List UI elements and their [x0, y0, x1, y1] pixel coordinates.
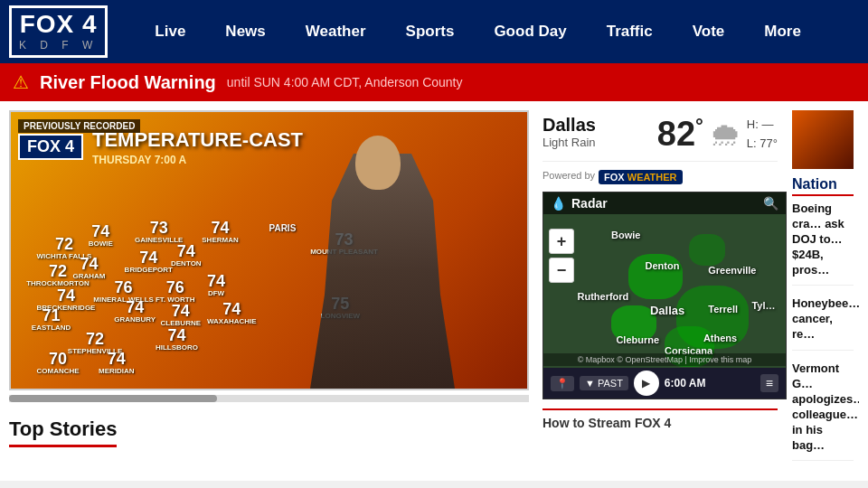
nav-item-weather[interactable]: Weather [286, 0, 386, 63]
nav-item-news[interactable]: News [205, 0, 285, 63]
temp-paris: Paris [269, 223, 297, 233]
temp-comanche: 70 Comanche [37, 351, 80, 375]
alert-icon: ⚠ [13, 71, 29, 93]
nav-item-traffic[interactable]: Traffic [587, 0, 673, 63]
cloud-icon: 🌧 [709, 116, 741, 153]
weather-hi-lo: H: — L: 77° [747, 116, 778, 154]
station-badge: FOX 4 [18, 134, 83, 160]
map-label-tyl: Tyl… [751, 300, 775, 311]
video-scrollbar[interactable] [9, 395, 529, 402]
presenter-head [355, 136, 401, 190]
radar-title: Radar [571, 196, 608, 211]
nav-item-live[interactable]: Live [135, 0, 205, 63]
temp-eastland: 71 Eastland [32, 307, 71, 332]
map-label-denton: Denton [646, 260, 680, 271]
radar-zoom-controls: + − [549, 229, 574, 283]
radar-search-icon[interactable]: 🔍 [763, 196, 778, 211]
radar-header: 💧 Radar 🔍 [543, 192, 786, 214]
map-label-athens: Athens [703, 333, 737, 343]
weather-condition-text: Light Rain [542, 136, 596, 149]
weather-column: Dallas Light Rain 82° 🌧 H: — L: 77° Powe… [533, 110, 787, 472]
temp-gainesville: 73 Gainesville [135, 220, 183, 244]
temp-dfw: 74 DFW [207, 273, 225, 297]
temp-ftworth: 76 Ft. Worth [156, 279, 195, 304]
news-item-1[interactable]: Boeing cra… ask DOJ to… $24B, pros… [792, 202, 854, 286]
temp-waxahachie: 74 Waxahachie [207, 301, 257, 325]
left-column: PREVIOUSLY RECORDED FOX 4 TEMPERATURE-CA… [9, 110, 533, 472]
radar-time: 6:00 AM [665, 377, 706, 389]
right-thumbnail[interactable] [792, 110, 854, 169]
alert-title: River Flood Warning [40, 72, 216, 93]
radar-zoom-in[interactable]: + [549, 229, 574, 254]
logo[interactable]: FOX 4 K D F W [9, 5, 108, 58]
nav-item-good-day[interactable]: Good Day [474, 0, 586, 63]
radar-location-btn[interactable]: 📍 [551, 376, 574, 391]
temp-sherman: 74 Sherman [202, 220, 238, 244]
nav-items-list: Live News Weather Sports Good Day Traffi… [135, 0, 859, 63]
fox-weather-badge[interactable]: FOX WEATHER [599, 170, 682, 184]
temp-cleburne: 74 Cleburne [161, 303, 201, 327]
how-to-stream[interactable]: How to Stream FOX 4 [542, 408, 778, 430]
temp-graham: 74 Graham [73, 256, 106, 280]
map-label-rutherford: Rutherford [578, 291, 629, 302]
national-heading: Nation [792, 176, 854, 196]
map-label-greenville: Greenville [708, 265, 756, 276]
map-label-bowie: Bowie [611, 230, 640, 240]
video-subtitle: THURSDAY 7:00 A [92, 154, 186, 166]
weather-current: Dallas Light Rain 82° 🌧 H: — L: 77° [542, 110, 778, 162]
temperature-overlay: 72 Wichita Falls 74 Bowie 73 Gainesville… [11, 180, 527, 379]
map-label-cleburne: Cleburne [616, 334, 659, 345]
radar-map[interactable]: 💧 Radar 🔍 Bowie Denton Greenville Dallas… [542, 192, 787, 399]
news-item-2-title: Honeybee… cancer, re… [792, 296, 854, 343]
temp-denton: 74 Denton [171, 243, 202, 267]
radar-layers-btn[interactable]: ≡ [760, 374, 778, 392]
scroll-progress [9, 395, 217, 402]
news-item-1-title: Boeing cra… ask DOJ to… $24B, pros… [792, 202, 854, 277]
weather-temp-value: 82° [657, 115, 703, 154]
top-stories-heading: Top Stories [9, 418, 117, 447]
temp-hillsboro: 74 Hillsboro [156, 327, 198, 352]
temp-meridian: 74 Meridian [99, 351, 135, 375]
navigation: FOX 4 K D F W Live News Weather Sports G… [0, 0, 868, 63]
alert-bar[interactable]: ⚠ River Flood Warning until SUN 4:00 AM … [0, 63, 868, 101]
weather-city-condition: Dallas Light Rain [542, 115, 596, 149]
logo-text: FOX 4 [20, 12, 98, 37]
video-title: TEMPERATURE-CAST [92, 128, 303, 152]
nav-item-more[interactable]: More [744, 0, 821, 63]
temp-bridgeport: 74 Bridgeport [125, 249, 173, 274]
main-content: PREVIOUSLY RECORDED FOX 4 TEMPERATURE-CA… [0, 101, 868, 481]
weather-city-name: Dallas [542, 115, 596, 136]
radar-footer: 📍 ▼ PAST ▶ 6:00 AM ≡ [543, 368, 786, 399]
temp-granbury: 74 Granbury [114, 299, 156, 324]
news-item-3-title: Vermont G… apologizes… colleague… in his… [792, 361, 854, 453]
rain-blob-4 [689, 234, 725, 266]
nav-item-vote[interactable]: Vote [673, 0, 745, 63]
alert-detail: until SUN 4:00 AM CDT, Anderson County [227, 75, 463, 89]
radar-zoom-out[interactable]: − [549, 258, 574, 283]
map-label-dallas: Dallas [650, 304, 684, 317]
news-item-3[interactable]: Vermont G… apologizes… colleague… in his… [792, 361, 854, 461]
radar-past-btn[interactable]: ▼ PAST [580, 376, 628, 390]
map-attribution: © Mapbox © OpenStreetMap | Improve this … [543, 353, 786, 366]
video-player[interactable]: PREVIOUSLY RECORDED FOX 4 TEMPERATURE-CA… [9, 110, 529, 390]
radar-play-btn[interactable]: ▶ [634, 371, 659, 396]
map-label-terrell: Terrell [708, 304, 738, 314]
logo-callsign: K D F W [19, 39, 98, 52]
right-column: Nation Boeing cra… ask DOJ to… $24B, pro… [787, 110, 859, 472]
powered-by: Powered by FOX WEATHER [542, 166, 778, 184]
news-item-2[interactable]: Honeybee… cancer, re… [792, 296, 854, 351]
nav-item-sports[interactable]: Sports [386, 0, 475, 63]
temp-bowie: 74 Bowie [89, 223, 113, 248]
radar-drop-icon: 💧 [551, 196, 566, 211]
right-thumb-image [792, 110, 854, 169]
